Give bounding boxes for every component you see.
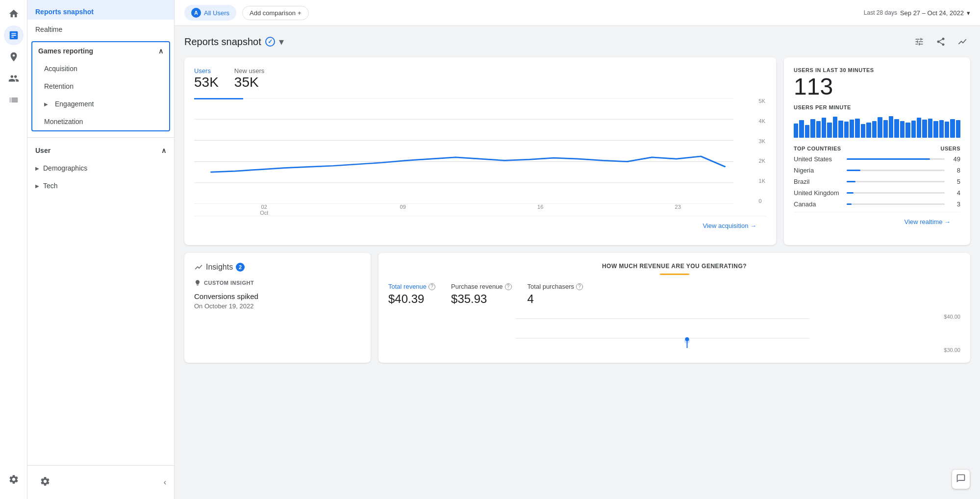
customize-report-button[interactable] [911,34,927,50]
reports-snapshot-link[interactable]: Reports snapshot [27,0,174,20]
country-row: Canada 3 [794,200,960,208]
country-bar-container [847,192,945,194]
country-name: Nigeria [794,167,843,174]
total-revenue-help: ? [428,283,435,290]
bar [844,122,849,138]
divider [27,137,174,138]
games-collapse-icon: ∧ [158,47,163,55]
monetization-link[interactable]: Monetization [32,113,169,130]
bar [933,121,938,138]
share-button[interactable] [933,34,949,50]
explore-nav-item[interactable] [4,47,24,67]
svg-point-10 [685,337,689,341]
home-nav-item[interactable] [4,4,24,24]
games-reporting-header[interactable]: Games reporting ∧ [32,42,169,60]
total-purchasers-value: 4 [528,292,583,306]
country-name: Canada [794,200,843,208]
revenue-underline [660,274,689,275]
revenue-metrics: Total revenue ? $40.39 Purchase revenue … [388,283,960,306]
country-count: 49 [949,155,960,163]
chart-svg [194,98,766,204]
icon-rail [0,0,27,499]
demographics-link[interactable]: ▶ Demographics [27,159,174,177]
revenue-chart-svg [388,314,937,353]
page-title-row: Reports snapshot ✓ ▾ [184,34,970,50]
retention-link[interactable]: Retention [32,77,169,95]
top-bar: A All Users Add comparison + Last 28 day… [175,0,980,26]
country-bar [847,203,852,205]
collapse-sidebar-btn[interactable]: ‹ [164,478,166,487]
sidebar: Reports snapshot Realtime Games reportin… [27,0,175,499]
bar [822,118,826,138]
engagement-link[interactable]: ▶ Engagement [32,95,169,113]
settings-link[interactable] [35,472,55,491]
cards-top-row: Users 53K New users 35K [184,57,970,245]
realtime-title: USERS IN LAST 30 MINUTES [794,67,960,73]
add-comparison-button[interactable]: Add comparison + [242,6,309,20]
insights-card: Insights 2 CUSTOM INSIGHT Conversions sp… [184,253,371,363]
tech-link[interactable]: ▶ Tech [27,177,174,195]
chart-x-labels: 02Oct 09 16 23 [194,204,747,216]
revenue-chart: $40.00 $30.00 [388,314,960,353]
users-value: 53K [194,75,219,90]
new-users-label: New users [234,67,264,75]
insight-date: On October 19, 2022 [194,302,361,310]
users-label: Users [194,67,219,75]
insight-title: Conversions spiked [194,292,361,300]
x-label-16: 16 [537,204,543,216]
bar [805,125,809,138]
y-label-2k: 2K [759,158,765,164]
main-content: A All Users Add comparison + Last 28 day… [175,0,980,499]
user-section-header: User ∧ [27,142,174,159]
view-realtime-link[interactable]: View realtime → [794,212,960,231]
sidebar-footer: ‹ [27,465,174,499]
realtime-link[interactable]: Realtime [27,20,174,39]
country-bar-container [847,181,945,182]
country-name: United States [794,155,843,163]
bar [827,123,831,138]
all-users-button[interactable]: A All Users [184,5,236,21]
countries-header: TOP COUNTRIES USERS [794,146,960,151]
all-users-label: All Users [204,9,229,17]
total-revenue-metric: Total revenue ? $40.39 [388,283,435,306]
feedback-button[interactable] [952,469,970,489]
purchase-revenue-value: $35.93 [451,292,512,306]
settings-nav-item[interactable] [4,470,24,489]
bar [838,121,843,138]
audience-nav-item[interactable] [4,69,24,88]
purchase-revenue-help: ? [505,283,512,290]
bar [866,123,871,138]
purchase-revenue-metric: Purchase revenue ? $35.93 [451,283,512,306]
bar [810,119,815,138]
total-revenue-label: Total revenue ? [388,283,435,290]
users-header-label: USERS [941,146,960,151]
total-purchasers-metric: Total purchasers ? 4 [528,283,583,306]
bar [922,120,927,138]
new-users-value: 35K [234,75,264,90]
demographics-arrow: ▶ [35,166,39,171]
bar [878,117,882,138]
y-label-0: 0 [759,198,765,204]
country-bar-container [847,203,945,205]
view-acquisition-link[interactable]: View acquisition → [194,216,766,235]
bar [816,121,821,138]
insights-button[interactable] [955,34,970,50]
top-bar-left: A All Users Add comparison + [184,5,309,21]
bar [945,122,949,138]
acquisition-link[interactable]: Acquisition [32,60,169,77]
page-title-text: Reports snapshot [184,36,261,48]
country-bar [847,192,854,194]
x-label-02: 02Oct [260,204,268,216]
revenue-y-label-30: $30.00 [944,347,960,353]
bar [872,121,877,138]
country-bar [847,181,855,182]
new-users-metric: New users 35K [234,67,264,90]
metrics-row: Users 53K New users 35K [194,67,766,90]
date-range-selector[interactable]: Last 28 days Sep 27 – Oct 24, 2022 ▾ [864,9,970,17]
lists-nav-item[interactable] [4,90,24,110]
page-dropdown-icon[interactable]: ▾ [279,36,284,48]
page-title-actions [911,34,970,50]
reports-nav-item[interactable] [4,25,24,45]
country-count: 8 [949,167,960,174]
revenue-card: HOW MUCH REVENUE ARE YOU GENERATING? Tot… [378,253,970,363]
